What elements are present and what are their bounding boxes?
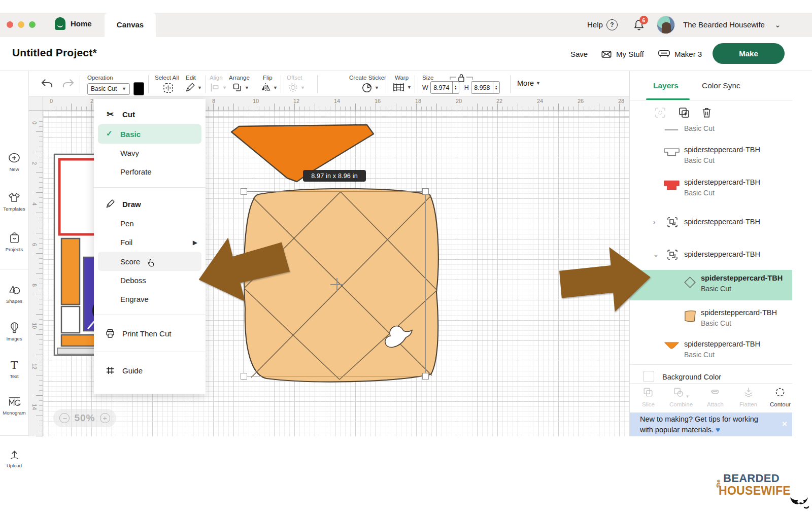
menu-item-draw[interactable]: Draw	[94, 194, 206, 214]
more-button[interactable]: More ▼	[517, 79, 540, 87]
ruler-tick-label: 14	[31, 402, 38, 411]
sidebar-item-shapes[interactable]: Shapes	[0, 283, 28, 304]
delete-button[interactable]	[701, 107, 713, 121]
sidebar-item-images[interactable]: Images	[0, 321, 28, 341]
flip-button[interactable]: ▼	[260, 82, 278, 93]
minimize-window-button[interactable]	[18, 21, 24, 28]
blue-heart-icon: ♥	[716, 425, 720, 434]
operation-select[interactable]: Basic Cut ▼	[87, 83, 130, 95]
left-annotation-arrow	[193, 212, 290, 326]
background-color-row[interactable]: Background Color	[630, 367, 792, 383]
ruler-tick-label: 0	[50, 98, 53, 104]
menu-item-foil[interactable]: Foil ▶	[94, 233, 206, 252]
tab-home[interactable]: Home	[55, 17, 92, 30]
select-layers-button[interactable]	[654, 107, 666, 121]
menu-item-basic[interactable]: ✓ Basic	[98, 124, 201, 144]
combine-icon: ▼	[673, 387, 690, 400]
width-stepper[interactable]: ▲▼	[452, 81, 459, 94]
duplicate-icon	[678, 107, 690, 119]
layer-expand-chevron[interactable]: ›	[653, 218, 655, 226]
ruler-tick-label: 28	[618, 98, 624, 104]
height-stepper[interactable]: ▲▼	[493, 81, 499, 94]
envelope-icon	[601, 49, 612, 59]
chevron-down-icon: ▼	[300, 85, 305, 90]
sidebar-item-templates[interactable]: Templates	[0, 191, 28, 212]
menu-item-deboss[interactable]: Deboss	[94, 271, 206, 290]
tab-color-sync[interactable]: Color Sync	[702, 81, 740, 90]
arrange-button[interactable]: ▼	[232, 82, 249, 93]
notifications-button[interactable]: 6	[633, 13, 645, 37]
selection-handle-top-left[interactable]	[241, 188, 247, 195]
redo-button[interactable]	[62, 79, 75, 89]
tab-canvas[interactable]: Canvas	[105, 13, 156, 37]
machine-icon	[658, 49, 670, 58]
ruler-tick-label: 12	[293, 98, 299, 104]
edit-toolbar: Operation Basic Cut ▼ Select All Edit ▼ …	[29, 71, 629, 96]
select-all-button[interactable]	[162, 82, 174, 94]
menu-item-guide[interactable]: Guide	[94, 358, 206, 383]
layer-row[interactable]: Basic Cut	[630, 124, 792, 142]
color-swatch[interactable]	[133, 82, 144, 95]
menu-item-wavy[interactable]: Wavy	[94, 144, 206, 162]
offset-icon	[288, 82, 298, 93]
select-frame-icon	[654, 107, 666, 119]
offset-button[interactable]: ▼	[288, 82, 305, 93]
layer-thumb-trap-red-icon	[663, 179, 680, 193]
chevron-down-icon: ▼	[245, 85, 249, 90]
make-button[interactable]: Make	[713, 43, 785, 64]
menu-item-engrave[interactable]: Engrave	[94, 290, 206, 308]
selection-handle-top-right[interactable]	[422, 188, 429, 195]
layer-row[interactable]: › spidersteppercard-TBH	[630, 212, 792, 235]
sidebar-item-projects[interactable]: Projects	[0, 231, 28, 252]
selection-handle-bottom-left[interactable]	[241, 373, 247, 380]
banner-close-icon[interactable]: ×	[782, 419, 787, 429]
account-chevron-down-icon[interactable]: ⌄	[774, 13, 781, 37]
width-input[interactable]: 8.974 ▲▼	[430, 81, 459, 94]
menu-item-perforate[interactable]: Perforate	[94, 162, 206, 181]
menu-item-pen[interactable]: Pen	[94, 214, 206, 233]
layer-row[interactable]: spidersteppercard-TBH Basic Cut	[630, 336, 792, 361]
zoom-out-button[interactable]: −	[59, 413, 70, 423]
duplicate-button[interactable]	[678, 107, 690, 121]
my-stuff-button[interactable]: My Stuff	[601, 37, 644, 71]
edit-button[interactable]: ▼	[185, 82, 202, 93]
layer-row[interactable]: spidersteppercard-TBH Basic Cut	[630, 174, 792, 205]
selection-handle-bottom-right[interactable]	[422, 373, 429, 380]
sidebar-item-upload[interactable]: Upload	[0, 448, 28, 468]
layer-thumb-group-icon	[666, 249, 679, 263]
ruler-tick-label: 16	[375, 98, 381, 104]
layer-thumb-diamond-icon	[683, 275, 697, 292]
menu-item-score[interactable]: Score	[98, 252, 201, 271]
create-sticker-button[interactable]: ▼	[361, 82, 379, 93]
contour-button[interactable]: Contour	[770, 387, 791, 407]
layer-row[interactable]: spidersteppercard-TBH Basic Cut	[630, 142, 792, 173]
close-window-button[interactable]	[7, 21, 13, 28]
active-tab-underline	[646, 98, 690, 100]
save-button[interactable]: Save	[570, 37, 588, 71]
align-button[interactable]: ▼	[210, 82, 227, 93]
scissors-icon: ✂	[105, 109, 116, 120]
background-color-swatch[interactable]	[643, 371, 654, 382]
sidebar-item-text[interactable]: T Text	[0, 358, 28, 379]
warp-button[interactable]: ▼	[392, 82, 412, 92]
height-input[interactable]: 8.958 ▲▼	[471, 81, 500, 94]
ruler-tick-label: 20	[456, 98, 462, 104]
chevron-down-icon: ▼	[375, 85, 379, 90]
zoom-window-button[interactable]	[29, 21, 36, 28]
sidebar-item-new[interactable]: New	[0, 151, 28, 172]
account-name[interactable]: The Bearded Housewife	[683, 13, 765, 37]
sidebar-item-monogram[interactable]: Monogram	[0, 395, 28, 416]
tab-layers[interactable]: Layers	[653, 81, 679, 90]
menu-item-cut[interactable]: ✂ Cut	[94, 104, 206, 124]
zoom-in-button[interactable]: +	[100, 413, 110, 423]
select-all-icon	[162, 82, 174, 94]
avatar[interactable]	[657, 16, 675, 34]
printer-icon	[105, 328, 116, 339]
slice-icon	[642, 387, 654, 400]
menu-item-print-then-cut[interactable]: Print Then Cut	[94, 321, 206, 346]
machine-select-button[interactable]: Maker 3	[658, 37, 702, 71]
help-button[interactable]: Help ?	[587, 13, 618, 37]
chevron-down-icon: ▼	[536, 81, 540, 86]
undo-button[interactable]	[41, 79, 53, 89]
new-icon	[8, 151, 20, 164]
